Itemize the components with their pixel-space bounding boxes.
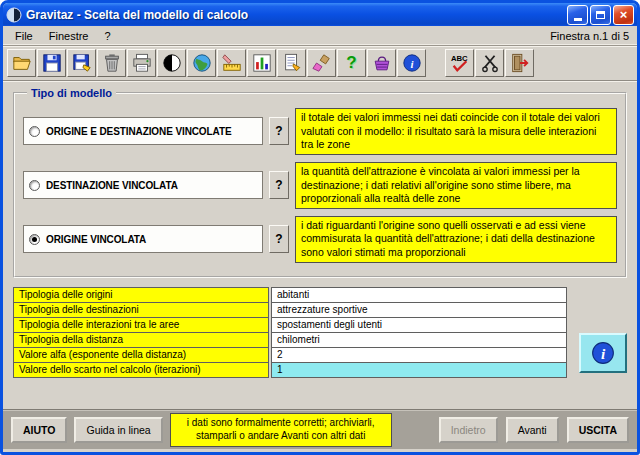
form-row: Tipologia delle destinazioniattrezzature… [13,302,567,318]
footer-nav-buttons: Indietro Avanti USCITA [439,417,629,443]
save-as-button[interactable] [67,49,96,77]
delete-button[interactable] [97,49,126,77]
scissors-icon [480,53,500,73]
form-label: Valore alfa (esponente della distanza) [13,347,269,363]
spellcheck-icon: ABC [450,53,470,73]
info-button[interactable]: i [579,333,627,373]
clean-brush-icon [312,53,332,73]
app-icon [6,7,22,23]
report-button[interactable] [277,49,306,77]
contrast-button[interactable] [157,49,186,77]
model-option-row: DESTINAZIONE VINCOLATA?la quantità dell'… [23,162,617,209]
option-help-button[interactable]: ? [269,117,289,145]
contrast-icon [162,53,182,73]
aiuto-button[interactable]: AIUTO [11,417,67,443]
menu-finestre[interactable]: Finestre [41,28,97,44]
group-title: Tipo di modello [27,87,116,99]
form-value-field[interactable]: attrezzature sportive [271,302,567,318]
form-value-field[interactable]: chilometri [271,332,567,348]
help-button[interactable]: ? [337,49,366,77]
exit-door-icon [510,53,530,73]
save-button[interactable] [37,49,66,77]
spellcheck-button[interactable]: ABC [445,49,474,77]
form-label: Valore dello scarto nel calcolo (iterazi… [13,362,269,378]
form-value-field[interactable]: 2 [271,347,567,363]
form-row: Tipologia delle interazioni tra le arees… [13,317,567,333]
chart-icon [252,53,272,73]
model-option-description: il totale dei valori immessi nei dati co… [295,108,617,155]
menu-help[interactable]: ? [96,28,118,44]
save-as-icon [72,53,92,73]
delete-icon [102,53,122,73]
window-controls: × [567,5,634,25]
svg-text:i: i [601,345,606,362]
status-message: i dati sono formalmente corretti; archiv… [170,413,392,447]
model-option-label: ORIGINE E DESTINAZIONE VINCOLATE [46,126,232,137]
titlebar[interactable]: Gravitaz - Scelta del modello di calcolo… [3,3,637,26]
form-value-field[interactable]: abitanti [271,287,567,303]
minimize-icon [574,18,582,21]
report-icon [282,53,302,73]
info-icon: i [402,53,422,73]
toolbar: ?iABC [3,46,637,81]
model-option-row: ORIGINE E DESTINAZIONE VINCOLATE?il tota… [23,108,617,155]
window-title: Gravitaz - Scelta del modello di calcolo [26,8,248,22]
guida-in-linea-button[interactable]: Guida in linea [74,417,162,443]
menu-items: FileFinestre? [7,28,119,44]
globe-button[interactable] [187,49,216,77]
menu-bar: FileFinestre? Finestra n.1 di 5 [3,26,637,46]
uscita-button[interactable]: USCITA [567,417,629,443]
form-label: Tipologia delle interazioni tra le aree [13,317,269,333]
basket-icon [372,53,392,73]
maximize-button[interactable] [590,5,611,25]
measure-icon [222,53,242,73]
form-row: Tipologia delle originiabitanti [13,287,567,303]
model-option[interactable]: ORIGINE VINCOLATA [23,225,263,253]
minimize-button[interactable] [567,5,588,25]
model-option[interactable]: ORIGINE E DESTINAZIONE VINCOLATE [23,117,263,145]
scissors-button[interactable] [475,49,504,77]
exit-door-button[interactable] [505,49,534,77]
basket-button[interactable] [367,49,396,77]
svg-text:i: i [410,58,413,70]
open-folder-icon [12,53,32,73]
close-button[interactable]: × [613,5,634,25]
form-rows: Tipologia delle originiabitantiTipologia… [13,287,567,378]
print-button[interactable] [127,49,156,77]
save-icon [42,53,62,73]
form-row: Tipologia della distanzachilometri [13,332,567,348]
print-icon [132,53,152,73]
info-button[interactable]: i [397,49,426,77]
app-window: Gravitaz - Scelta del modello di calcolo… [0,0,640,455]
window-counter: Finestra n.1 di 5 [550,30,633,42]
model-options: ORIGINE E DESTINAZIONE VINCOLATE?il tota… [19,108,621,263]
form-label: Tipologia delle destinazioni [13,302,269,318]
form-label: Tipologia della distanza [13,332,269,348]
form-label: Tipologia delle origini [13,287,269,303]
radio-button[interactable] [29,180,40,191]
radio-button[interactable] [29,234,40,245]
form-row: Valore alfa (esponente della distanza)2 [13,347,567,363]
radio-button[interactable] [29,126,40,137]
indietro-button[interactable]: Indietro [439,417,498,443]
model-option[interactable]: DESTINAZIONE VINCOLATA [23,171,263,199]
footer-bar: AIUTO Guida in linea i dati sono formalm… [3,409,637,449]
option-help-button[interactable]: ? [269,171,289,199]
measure-button[interactable] [217,49,246,77]
model-type-group: Tipo di modello ORIGINE E DESTINAZIONE V… [13,87,627,278]
open-folder-button[interactable] [7,49,36,77]
form-value-field[interactable]: 1 [271,362,567,378]
help-icon: ? [342,53,362,73]
form-value-field[interactable]: spostamenti degli utenti [271,317,567,333]
model-option-description: i dati riguardanti l'origine sono quelli… [295,216,617,263]
model-option-label: DESTINAZIONE VINCOLATA [46,180,178,191]
clean-brush-button[interactable] [307,49,336,77]
menu-file[interactable]: File [7,28,41,44]
model-option-row: ORIGINE VINCOLATA?i dati riguardanti l'o… [23,216,617,263]
maximize-icon [596,11,605,19]
model-option-label: ORIGINE VINCOLATA [46,234,146,245]
chart-button[interactable] [247,49,276,77]
option-help-button[interactable]: ? [269,225,289,253]
avanti-button[interactable]: Avanti [506,417,559,443]
client-area: Tipo di modello ORIGINE E DESTINAZIONE V… [3,81,637,409]
